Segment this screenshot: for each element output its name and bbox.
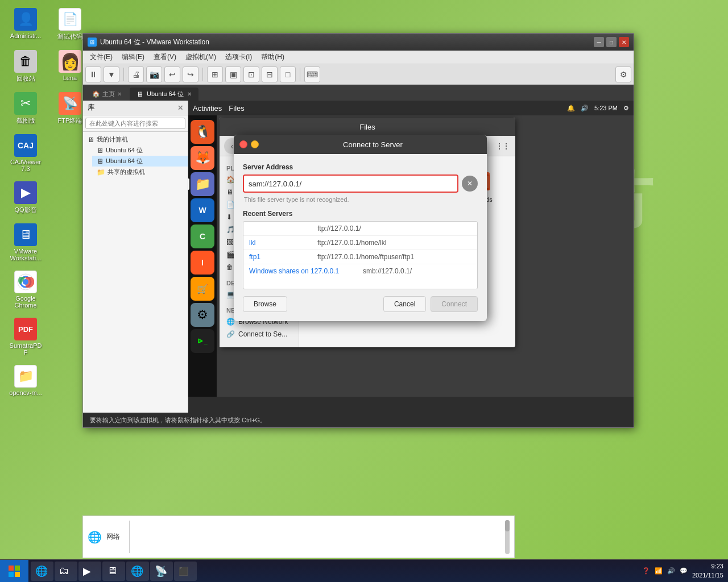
- dialog-connect-button[interactable]: Connect: [431, 296, 478, 312]
- vm-tool-dropdown[interactable]: ▼: [104, 66, 119, 82]
- dock-item-terminal[interactable]: ⩥_: [191, 329, 214, 353]
- desktop-icon-screenshot[interactable]: ✂ 截图版: [6, 90, 46, 127]
- ubuntu-activities[interactable]: Activities: [193, 104, 222, 113]
- desktop-icon-chrome[interactable]: Google Chrome: [6, 268, 46, 311]
- files-grid-button[interactable]: ⋮⋮: [495, 138, 511, 154]
- vm-tool-print[interactable]: 🖨: [128, 66, 144, 82]
- vm-tool-snapshot1[interactable]: 📷: [146, 66, 162, 82]
- svg-rect-19: [9, 572, 14, 577]
- vm-tab-ubuntu[interactable]: 🖥 Ubuntu 64 位 ✕: [130, 88, 198, 101]
- vm-tool-console[interactable]: ⌨: [304, 66, 320, 82]
- chrome-taskbar-icon: 🌐: [131, 565, 143, 577]
- vm-tool-view2[interactable]: ▣: [225, 66, 241, 82]
- dock-item-files[interactable]: 📁: [191, 172, 214, 196]
- tree-ubuntu64-2[interactable]: 🖥 Ubuntu 64 位: [92, 156, 188, 167]
- vm-window-title: Ubuntu 64 位 - VMware Workstation: [100, 38, 594, 47]
- vm-tab-home[interactable]: 🏠 主页 ✕: [85, 88, 129, 101]
- dialog-minimize-button[interactable]: [251, 140, 259, 148]
- taskbar-action-center[interactable]: 💬: [680, 567, 688, 575]
- recent-item-3[interactable]: Windows shares on 127.0.0.1 smb://127.0.…: [243, 264, 477, 278]
- dock-item-calc[interactable]: C: [191, 225, 214, 248]
- taskbar-item-vmware[interactable]: 🖥: [102, 562, 125, 581]
- taskbar-time: 9:23: [692, 562, 723, 571]
- tree-my-computer[interactable]: 🖥 我的计算机: [83, 134, 188, 145]
- dock-item-impress[interactable]: I: [191, 251, 214, 275]
- taskbar-item-network[interactable]: 📡: [150, 562, 173, 581]
- ubuntu-notification-icon[interactable]: 🔔: [567, 105, 575, 112]
- dock-item-firefox[interactable]: 🦊: [191, 146, 214, 170]
- taskbar-item-ie[interactable]: 🌐: [31, 562, 53, 581]
- vm-tool-snapshot3[interactable]: ↪: [183, 66, 198, 82]
- vm-tool-view1[interactable]: ⊞: [207, 66, 223, 82]
- vm-minimize-button[interactable]: ─: [594, 37, 604, 47]
- vm-library-close[interactable]: ✕: [177, 104, 183, 112]
- taskbar-item-cmd[interactable]: ⬛: [174, 562, 197, 581]
- network-taskbar-icon: 📡: [155, 565, 167, 577]
- vm-menu-edit[interactable]: 编辑(E): [117, 51, 149, 63]
- recent-item-2[interactable]: ftp1 ftp://127.0.0.1/home/ftpuser/ftp1: [243, 250, 477, 264]
- sidebar-item-connect-to-server[interactable]: 🔗 Connect to Se...: [220, 328, 299, 340]
- dock-item-writer[interactable]: W: [191, 198, 214, 222]
- dock-item-amazon[interactable]: 🛒: [191, 277, 214, 301]
- vm-tool-view4[interactable]: ⊟: [262, 66, 278, 82]
- network-scrollbar[interactable]: [505, 520, 510, 554]
- vm-tool-pause[interactable]: ⏸: [85, 66, 101, 82]
- vm-toolbar-sep1: [123, 68, 124, 81]
- vm-tool-view3[interactable]: ⊡: [243, 66, 259, 82]
- desktop-icon-admin[interactable]: 👤 Administr...: [6, 6, 46, 43]
- vm-close-button[interactable]: ✕: [619, 37, 629, 47]
- taskbar-volume-icon[interactable]: 🔊: [667, 567, 675, 575]
- explorer-icon: 🗂: [59, 565, 69, 577]
- dialog-clear-button[interactable]: ✕: [462, 176, 478, 192]
- dock-item-settings[interactable]: ⚙: [191, 303, 214, 327]
- vm-maximize-button[interactable]: □: [606, 37, 617, 47]
- shared-icon: 📁: [97, 168, 105, 176]
- tree-shared-vm[interactable]: 📁 共享的虚拟机: [92, 167, 188, 177]
- vm-tab-ubuntu-label: Ubuntu 64 位: [147, 90, 184, 98]
- vm-library-search-input[interactable]: [85, 118, 185, 129]
- vm-menu-file[interactable]: 文件(E): [85, 51, 117, 63]
- vm-tool-snapshot2[interactable]: ↩: [164, 66, 180, 82]
- close-tab-ubuntu[interactable]: ✕: [187, 91, 192, 97]
- desktop-icon-qqyinyin[interactable]: ▶ QQ影音: [6, 179, 46, 217]
- desktop-icon-recycle[interactable]: 🗑 回收站: [6, 48, 46, 85]
- vm-icon-2: 🖥: [97, 157, 104, 165]
- vm-menu-vm[interactable]: 虚拟机(M): [181, 51, 221, 63]
- taskbar-start-button[interactable]: [0, 560, 28, 583]
- taskbar-help-icon[interactable]: ❓: [642, 567, 650, 575]
- vm-menu-help[interactable]: 帮助(H): [257, 51, 289, 63]
- taskbar-network-icon[interactable]: 📶: [655, 567, 663, 575]
- dialog-footer-right: Cancel Connect: [383, 296, 478, 312]
- ubuntu-settings-icon[interactable]: ⚙: [623, 105, 629, 112]
- vm-library-search[interactable]: [83, 115, 188, 132]
- dock-item-ubuntu[interactable]: 🐧: [191, 120, 214, 144]
- vm-library-tree: 🖥 我的计算机 🖥 Ubuntu 64 位 🖥 Ubuntu 64 位 📁 共享…: [83, 132, 188, 413]
- ubuntu-dock: 🐧 🦊 📁 W C I 🛒 ⚙ ⩥_: [188, 115, 217, 397]
- taskbar-item-chrome[interactable]: 🌐: [126, 562, 149, 581]
- tree-ubuntu64-1[interactable]: 🖥 Ubuntu 64 位: [92, 145, 188, 156]
- vm-menu-view[interactable]: 查看(V): [149, 51, 181, 63]
- vm-tool-settings[interactable]: ⚙: [615, 66, 631, 82]
- vm-tool-view5[interactable]: □: [280, 66, 296, 82]
- server-address-input[interactable]: [243, 174, 458, 193]
- desktop-icon-cajviewer[interactable]: CAJ CAJViewer 7.3: [6, 132, 46, 174]
- desktop-icon-sumatra[interactable]: PDF SumatraPDF: [6, 315, 46, 358]
- taskbar-clock[interactable]: 9:23 2021/11/15: [692, 562, 723, 580]
- recent-item-0[interactable]: ftp://127.0.0.1/: [243, 222, 477, 236]
- dialog-close-button[interactable]: [239, 140, 247, 148]
- vm-ubuntu-display[interactable]: Activities Files 🔔 🔊 5:23 PM ⚙ 🐧: [188, 101, 634, 413]
- dialog-browse-button[interactable]: Browse: [243, 296, 287, 312]
- taskbar-item-explorer[interactable]: 🗂: [55, 562, 77, 581]
- dialog-cancel-button[interactable]: Cancel: [383, 296, 426, 312]
- close-tab-home[interactable]: ✕: [117, 91, 122, 97]
- desktop-icon-opencv[interactable]: 📁 opencv-m...: [6, 363, 46, 398]
- vm-menu-tabs[interactable]: 选项卡(I): [221, 51, 257, 63]
- ubuntu-sound-icon[interactable]: 🔊: [581, 105, 589, 112]
- svg-rect-17: [9, 566, 14, 571]
- media-icon: ▶: [83, 565, 91, 577]
- recent-item-1[interactable]: lkl ftp://127.0.0.1/home/lkl: [243, 236, 477, 250]
- taskbar-item-media[interactable]: ▶: [78, 562, 101, 581]
- taskbar: 🌐 🗂 ▶ 🖥 🌐 📡 ⬛ ❓ 📶 🔊: [0, 559, 728, 582]
- server-address-label: Server Address: [243, 163, 478, 171]
- desktop-icon-vmware[interactable]: 🖥 VMware Workstati...: [6, 221, 46, 264]
